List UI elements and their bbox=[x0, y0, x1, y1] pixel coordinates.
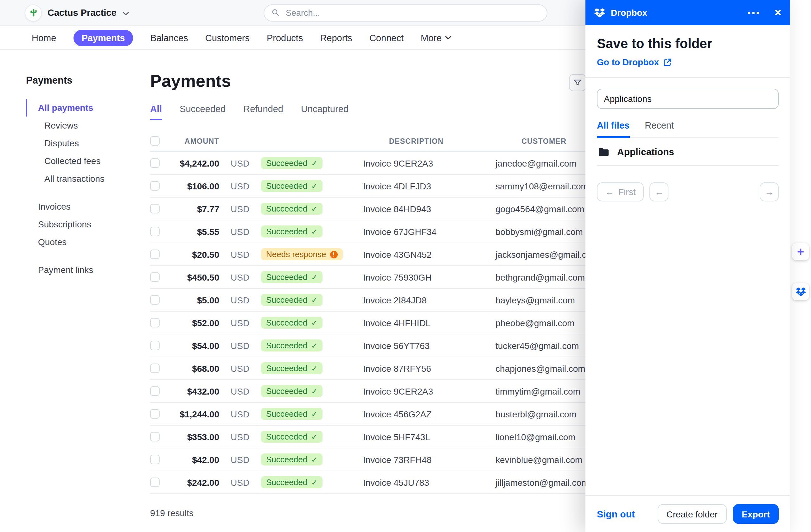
tab-succeeded[interactable]: Succeeded bbox=[180, 104, 226, 120]
status-label: Succeeded bbox=[266, 455, 307, 464]
row-checkbox[interactable] bbox=[150, 204, 160, 214]
add-extension-button[interactable]: + bbox=[792, 243, 809, 260]
nav-item-connect[interactable]: Connect bbox=[369, 33, 403, 43]
org-switcher[interactable]: Cactus Practice bbox=[25, 4, 129, 21]
row-checkbox[interactable] bbox=[150, 478, 160, 487]
currency-cell: USD bbox=[219, 409, 254, 419]
table-row[interactable]: $106.00 USD Succeeded ✓ Invoice 4DLFJD3 … bbox=[150, 175, 619, 198]
select-all-checkbox[interactable] bbox=[150, 136, 160, 146]
tab-all-files[interactable]: All files bbox=[597, 120, 629, 138]
create-folder-button[interactable]: Create folder bbox=[657, 504, 726, 524]
description-cell: Invoice 73RFH48 bbox=[355, 454, 488, 465]
tab-refunded[interactable]: Refunded bbox=[243, 104, 283, 120]
table-row[interactable]: $20.50 USD Needs response ! Invoice 43GN… bbox=[150, 243, 619, 266]
table-body: $4,242.00 USD Succeeded ✓ Invoice 9CER2A… bbox=[150, 152, 619, 494]
nav-item-home[interactable]: Home bbox=[32, 33, 56, 43]
panel-close-button[interactable]: × bbox=[775, 7, 781, 18]
currency-cell: USD bbox=[219, 477, 254, 487]
row-checkbox[interactable] bbox=[150, 455, 160, 464]
description-cell: Invoice 5HF743L bbox=[355, 432, 488, 442]
dropbox-icon bbox=[594, 8, 605, 17]
status-label: Succeeded bbox=[266, 181, 307, 191]
row-checkbox[interactable] bbox=[150, 272, 160, 282]
sidebar-item-collected-fees[interactable]: Collected fees bbox=[26, 152, 143, 170]
nav-item-customers[interactable]: Customers bbox=[205, 33, 250, 43]
table-header: AMOUNT DESCRIPTION CUSTOMER bbox=[150, 130, 619, 152]
row-checkbox[interactable] bbox=[150, 363, 160, 373]
row-checkbox[interactable] bbox=[150, 250, 160, 259]
table-row[interactable]: $432.00 USD Succeeded ✓ Invoice 9CER2A3 … bbox=[150, 380, 619, 403]
filter-button[interactable] bbox=[569, 74, 586, 91]
row-checkbox[interactable] bbox=[150, 318, 160, 327]
sidebar-item-invoices[interactable]: Invoices bbox=[26, 198, 143, 215]
sidebar-item-reviews[interactable]: Reviews bbox=[26, 116, 143, 134]
table-row[interactable]: $353.00 USD Succeeded ✓ Invoice 5HF743L … bbox=[150, 426, 619, 449]
sidebar-item-quotes[interactable]: Quotes bbox=[26, 233, 143, 251]
sidebar-item-all-transactions[interactable]: All transactions bbox=[26, 170, 143, 187]
sidebar-item-payment-links[interactable]: Payment links bbox=[26, 261, 143, 279]
description-cell: Invoice 67JGHF34 bbox=[355, 226, 488, 237]
dropbox-panel-title: Dropbox bbox=[611, 7, 647, 18]
tab-recent[interactable]: Recent bbox=[645, 120, 674, 138]
prev-page-button[interactable]: ← bbox=[649, 183, 669, 201]
table-row[interactable]: $4,242.00 USD Succeeded ✓ Invoice 9CER2A… bbox=[150, 152, 619, 175]
results-count: 919 results bbox=[150, 508, 619, 518]
table-row[interactable]: $7.77 USD Succeeded ✓ Invoice 84HD943 go… bbox=[150, 198, 619, 220]
go-to-dropbox-link[interactable]: Go to Dropbox bbox=[597, 57, 779, 67]
sidebar-item-disputes[interactable]: Disputes bbox=[26, 134, 143, 152]
row-checkbox[interactable] bbox=[150, 181, 160, 191]
row-checkbox[interactable] bbox=[150, 386, 160, 396]
status-badge: Succeeded ✓ bbox=[261, 157, 322, 169]
export-button[interactable]: Export bbox=[733, 504, 779, 524]
nav-item-more[interactable]: More bbox=[421, 33, 452, 43]
row-checkbox[interactable] bbox=[150, 158, 160, 168]
sidebar-title: Payments bbox=[26, 75, 143, 86]
status-badge: Succeeded ✓ bbox=[261, 180, 322, 192]
table-row[interactable]: $42.00 USD Succeeded ✓ Invoice 73RFH48 k… bbox=[150, 449, 619, 471]
sidebar-item-subscriptions[interactable]: Subscriptions bbox=[26, 215, 143, 233]
table-row[interactable]: $5.55 USD Succeeded ✓ Invoice 67JGHF34 b… bbox=[150, 220, 619, 243]
table-row[interactable]: $52.00 USD Succeeded ✓ Invoice 4HFHIDL p… bbox=[150, 312, 619, 334]
folder-icon bbox=[598, 146, 610, 157]
nav-item-products[interactable]: Products bbox=[267, 33, 303, 43]
nav-item-balances[interactable]: Balances bbox=[150, 33, 188, 43]
status-label: Succeeded bbox=[266, 272, 307, 282]
status-label: Succeeded bbox=[266, 432, 307, 441]
tab-uncaptured[interactable]: Uncaptured bbox=[301, 104, 349, 120]
table-row[interactable]: $242.00 USD Succeeded ✓ Invoice 45JU783 … bbox=[150, 471, 619, 494]
table-row[interactable]: $1,244.00 USD Succeeded ✓ Invoice 456G2A… bbox=[150, 403, 619, 426]
sign-out-link[interactable]: Sign out bbox=[597, 508, 635, 519]
search-input[interactable] bbox=[285, 7, 540, 18]
status-label: Succeeded bbox=[266, 363, 307, 373]
row-checkbox[interactable] bbox=[150, 432, 160, 441]
global-search[interactable] bbox=[264, 4, 547, 21]
row-checkbox[interactable] bbox=[150, 227, 160, 236]
folder-name-input[interactable] bbox=[597, 89, 779, 109]
folder-list-item[interactable]: Applications bbox=[597, 138, 779, 166]
nav-item-reports[interactable]: Reports bbox=[320, 33, 352, 43]
table-row[interactable]: $450.50 USD Succeeded ✓ Invoice 75930GH … bbox=[150, 266, 619, 289]
tab-all[interactable]: All bbox=[150, 104, 162, 120]
row-checkbox[interactable] bbox=[150, 341, 160, 350]
status-badge: Succeeded ✓ bbox=[261, 476, 322, 488]
sidebar-item-all-payments[interactable]: All payments bbox=[26, 99, 143, 116]
table-row[interactable]: $54.00 USD Succeeded ✓ Invoice 56YT763 t… bbox=[150, 334, 619, 357]
dropbox-icon bbox=[795, 287, 806, 296]
column-header-amount[interactable]: AMOUNT bbox=[169, 137, 219, 145]
table-row[interactable]: $68.00 USD Succeeded ✓ Invoice 87RFY56 c… bbox=[150, 357, 619, 380]
dropbox-panel-body: Save to this folder Go to Dropbox All fi… bbox=[585, 25, 790, 495]
column-header-description[interactable]: DESCRIPTION bbox=[355, 137, 488, 145]
panel-menu-button[interactable]: ••• bbox=[748, 7, 761, 18]
dropbox-extension-button[interactable] bbox=[792, 283, 809, 300]
next-page-button[interactable]: → bbox=[760, 183, 779, 201]
status-badge: Succeeded ✓ bbox=[261, 431, 322, 443]
nav-item-payments[interactable]: Payments bbox=[73, 29, 133, 46]
status-badge: Succeeded ✓ bbox=[261, 203, 322, 215]
dropbox-panel-header: Dropbox ••• × bbox=[585, 0, 790, 25]
first-page-button[interactable]: ← First bbox=[597, 183, 644, 201]
table-row[interactable]: $5.00 USD Succeeded ✓ Invoice 2I84JD8 ha… bbox=[150, 289, 619, 312]
row-checkbox[interactable] bbox=[150, 295, 160, 304]
row-checkbox[interactable] bbox=[150, 409, 160, 419]
status-label: Succeeded bbox=[266, 295, 307, 304]
currency-cell: USD bbox=[219, 249, 254, 259]
